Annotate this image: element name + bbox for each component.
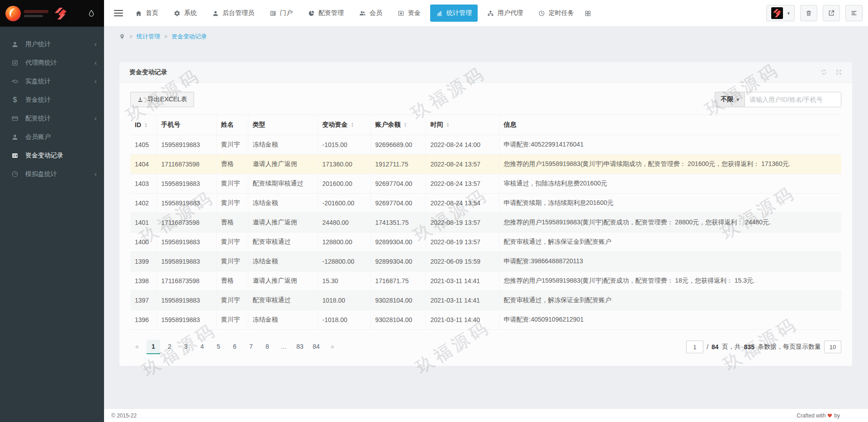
cell-name: 黄川宇 [216,174,248,194]
cell-info: 申请配资:405229914176041 [499,135,841,155]
column-header-time[interactable]: 时间▲▼ [426,115,499,135]
cell-balance: 92899304.00 [370,232,426,252]
breadcrumb-link-stats[interactable]: 统计管理 [137,33,160,41]
page-1[interactable]: 1 [147,340,160,354]
sidebar-item-allocation-stats[interactable]: 配资统计‹ [0,109,104,128]
cell-info: 您推荐的用户15958919883(黄川宇)申请续期成功，配资管理费： 2016… [499,155,841,174]
column-header-info: 信息 [499,115,841,135]
cell-time: 2021-03-11 14:41 [426,271,499,291]
app-logo[interactable] [0,0,104,27]
control-sidebar-button[interactable] [845,5,863,21]
map-pin-icon [119,33,125,40]
expand-icon[interactable] [835,69,842,76]
nav-item-agent[interactable]: 用户代理 [481,5,529,22]
sitemap-icon [487,10,494,17]
column-label: 手机号 [161,121,180,128]
nav-item-portal[interactable]: 门户 [264,5,299,22]
pie-icon [308,10,315,17]
table-row: 140417116873598曹格邀请人推广返佣171360.001912711… [130,155,841,174]
cell-name: 黄川宇 [216,310,248,330]
cell-balance: 92696689.00 [370,135,426,155]
page-5[interactable]: 5 [212,340,225,354]
column-header-balance[interactable]: 账户余额▲▼ [370,115,426,135]
caret-down-icon: ▾ [736,97,739,103]
page-2[interactable]: 2 [163,340,176,354]
sidebar-item-fund-stats[interactable]: $资金统计 [0,90,104,109]
cell-type: 冻结金额 [248,194,318,213]
sidebar-item-user-stats[interactable]: 用户统计‹ [0,35,104,53]
page-jump-input[interactable] [686,341,703,353]
sidebar-toggle-icon[interactable] [114,10,123,16]
page-prev[interactable]: « [130,340,144,354]
sidebar: 用户统计‹代理商统计‹实盘统计‹$资金统计配资统计‹会员账户资金变动记录模拟盘统… [0,0,104,422]
breadcrumb-separator: > [129,33,133,40]
cell-phone: 15958919883 [157,194,216,213]
trash-button[interactable] [800,5,817,21]
gear-icon [174,10,180,17]
page-next[interactable]: » [326,340,339,354]
external-link-button[interactable] [823,5,840,21]
column-header-amount[interactable]: 变动资金▲▼ [318,115,370,135]
phoenix-logo-icon [5,6,21,21]
nav-item-label: 会员 [370,9,382,17]
apps-grid-icon[interactable] [580,5,596,21]
cell-type: 冻结金额 [248,135,318,155]
sidebar-item-real-stats[interactable]: 实盘统计‹ [0,72,104,90]
cell-name: 黄川宇 [216,291,248,310]
column-label: 姓名 [221,121,234,128]
nav-item-schedule[interactable]: 定时任务 [532,5,580,22]
nav-item-allocation[interactable]: 配资管理 [302,5,350,22]
nav-item-statistics[interactable]: 统计管理 [430,5,478,22]
page-3[interactable]: 3 [179,340,193,354]
sidebar-item-member-account[interactable]: 会员账户 [0,128,104,146]
search-input[interactable] [745,92,841,107]
export-label: 导出EXCEL表 [147,95,187,104]
panel-title: 资金变动记录 [129,68,167,76]
sidebar-item-label: 配资统计 [25,114,51,123]
nav-item-funds[interactable]: 资金 [392,5,427,22]
nav-item-system[interactable]: 系统 [168,5,203,22]
page-size-input[interactable] [824,341,841,353]
cell-time: 2022-08-24 13:57 [426,155,499,174]
page-6[interactable]: 6 [228,340,242,354]
user-menu-button[interactable]: ▾ [766,5,795,21]
column-header-id[interactable]: ID▲▼ [130,115,157,135]
page-83[interactable]: 83 [293,340,307,354]
filter-dropdown[interactable]: 不限 ▾ [715,92,745,107]
chevron-left-icon: ‹ [95,59,97,67]
column-label: 账户余额 [375,121,401,128]
cell-name: 曹格 [216,213,248,232]
nav-item-admin[interactable]: 后台管理员 [206,5,260,22]
cell-balance: 92697704.00 [370,194,426,213]
page-4[interactable]: 4 [195,340,209,354]
chevron-left-icon: ‹ [95,170,97,178]
cell-info: 审核通过，扣除冻结利息费201600元 [499,174,841,194]
table-row: 140515958919883黄川宇冻结金额-1015.0092696689.0… [130,135,841,155]
refresh-icon[interactable] [821,69,827,76]
page-8[interactable]: 8 [261,340,274,354]
cell-name: 曹格 [216,155,248,174]
nav-item-label: 配资管理 [318,9,344,17]
page-7[interactable]: 7 [244,340,258,354]
cell-balance: 93028104.00 [370,291,426,310]
chevron-left-icon: ‹ [95,40,97,48]
sidebar-item-agency-stats[interactable]: 代理商统计‹ [0,53,104,72]
cell-phone: 15958919883 [157,310,216,330]
nav-item-member[interactable]: 会员 [353,5,388,22]
column-header-phone: 手机号 [157,115,216,135]
column-label: 信息 [504,121,517,128]
table-toolbar: 导出EXCEL表 不限 ▾ [119,83,852,114]
sidebar-item-fund-change-record[interactable]: 资金变动记录 [0,146,104,165]
breadcrumb-link-fund-record[interactable]: 资金变动记录 [171,33,207,41]
sidebar-item-simulation-stats[interactable]: 模拟盘统计‹ [0,165,104,183]
export-excel-button[interactable]: 导出EXCEL表 [130,92,194,107]
page-84[interactable]: 84 [309,340,323,354]
nav-item-home[interactable]: 首页 [129,5,164,22]
home-icon [135,10,142,17]
nav-item-label: 系统 [184,9,197,17]
table-container: ID▲▼手机号姓名类型变动资金▲▼账户余额▲▼时间▲▼信息 1405159589… [119,114,852,330]
sort-icon: ▲▼ [144,123,147,128]
cell-time: 2022-06-09 15:59 [426,252,499,271]
dollar-icon: $ [11,96,19,104]
cell-amount: 201600.00 [318,174,370,194]
